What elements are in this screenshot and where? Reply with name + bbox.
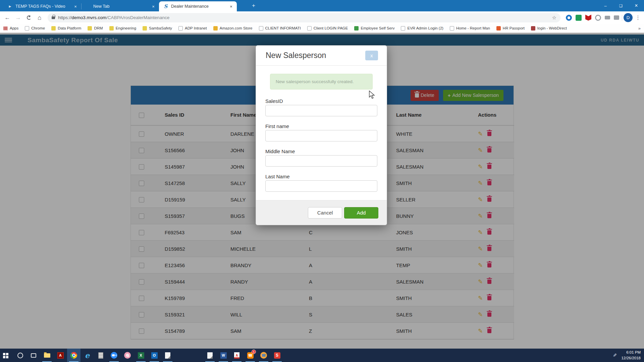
bookmark-label: Data Platform [58, 26, 81, 30]
cancel-button[interactable]: Cancel [308, 207, 342, 219]
pdf-app[interactable]: A [230, 349, 244, 362]
bookmark-item[interactable]: Client LOGIN PAGE [307, 26, 348, 31]
bookmark-favicon [178, 26, 183, 31]
bookmark-item[interactable]: SambaSafety [143, 26, 172, 31]
close-window-button[interactable]: × [629, 0, 644, 11]
taskbar-spacer[interactable] [174, 349, 203, 362]
modal-close-button[interactable]: x [365, 51, 378, 60]
mcafee-icon[interactable] [585, 15, 591, 21]
panel-icon[interactable] [614, 15, 619, 20]
profile-avatar[interactable]: D [624, 13, 633, 22]
browser-menu-icon[interactable]: ⋮ [634, 14, 642, 21]
file-cabinet[interactable] [94, 349, 107, 362]
browser-tab[interactable]: ▶ TEMP TAGS FAQs - Video × [3, 1, 81, 11]
adobe-acrobat[interactable]: A [54, 349, 67, 362]
tab-close-icon[interactable]: × [228, 3, 234, 9]
bookmarks-overflow-icon[interactable]: » [638, 26, 641, 31]
outlook[interactable]: O [148, 349, 161, 362]
address-bar[interactable]: https://demo3.mvrs.com/CABPA/rosDealerMa… [48, 13, 560, 22]
forward-icon[interactable]: → [13, 13, 23, 23]
refresh-icon[interactable] [23, 13, 34, 23]
field-label: Middle Name [265, 148, 377, 154]
window-controls: – ❑ × [598, 0, 644, 11]
chrome[interactable] [67, 349, 80, 362]
modal-field-input[interactable] [265, 130, 377, 141]
bookmark-item[interactable]: Employee Self Serv [354, 26, 394, 31]
bookmark-item[interactable]: CLIENT INFORMATI [259, 26, 301, 31]
modal-field-input[interactable] [265, 155, 377, 167]
bookmark-item[interactable]: DRM [88, 26, 103, 31]
bookmark-favicon [307, 26, 312, 31]
bookmark-favicon [143, 26, 147, 31]
bookmark-star-icon[interactable]: ☆ [552, 15, 556, 21]
add-button[interactable]: Add [344, 207, 378, 219]
modal-field-input[interactable] [265, 180, 377, 192]
phone-app[interactable]: ☎ [257, 349, 270, 362]
bookmark-label: HR Passport [503, 26, 525, 30]
taskbar-icons: A e X [0, 349, 284, 362]
notification-badge: 5 [252, 350, 256, 354]
new-tab-button[interactable]: + [249, 2, 258, 10]
modal-title: New Salesperson [266, 51, 326, 60]
form-group: Last Name [265, 174, 377, 192]
camera-extension-icon[interactable] [605, 16, 610, 19]
bookmark-item[interactable]: login - WebDirect [531, 26, 567, 31]
bookmark-item[interactable]: HR Passport [496, 26, 525, 31]
notes-app[interactable] [161, 349, 174, 362]
bookmark-label: Employee Self Serv [361, 26, 394, 30]
taskbar-clock[interactable]: 6:01 PM 12/26/2018 [621, 350, 641, 361]
bookmark-item[interactable]: Amazon.com Store [213, 26, 253, 31]
field-label: SalesID [265, 98, 377, 104]
task-view-button[interactable] [27, 349, 40, 362]
zoom-app[interactable] [107, 349, 121, 362]
start-button[interactable] [0, 349, 13, 362]
sambasafety-extension-icon[interactable] [576, 15, 582, 21]
taskbar-tray: ✎ 6:01 PM 12/26/2018 [613, 349, 644, 362]
tab-title: TEMP TAGS FAQs - Video [15, 4, 70, 9]
ringcentral[interactable]: ☎ 5 [244, 349, 257, 362]
screen: ▶ TEMP TAGS FAQs - Video × New Tab × S D… [0, 0, 644, 362]
bookmark-item[interactable]: Apps [3, 26, 18, 30]
internet-explorer[interactable]: e [80, 349, 94, 362]
bookmark-item[interactable]: Data Platform [51, 26, 81, 31]
restore-button[interactable]: ❑ [613, 0, 629, 11]
back-icon[interactable]: ← [2, 13, 13, 23]
modal-body: New salesperson successfully created. Sa… [256, 66, 387, 192]
home-icon[interactable]: ⌂ [34, 13, 45, 23]
bookmark-favicon [354, 26, 359, 31]
bookmark-label: Home - Report Man [456, 26, 490, 30]
screencast-app[interactable] [121, 349, 134, 362]
tab-close-icon[interactable]: × [150, 3, 156, 9]
bookmark-label: Amazon.com Store [220, 26, 253, 30]
tab-close-icon[interactable]: × [72, 3, 78, 9]
form-group: First name [265, 123, 377, 141]
okta-icon[interactable] [566, 15, 572, 21]
refresh-glyph [27, 15, 31, 20]
bookmark-item[interactable]: EVR Admin Login (2) [401, 26, 443, 31]
modal-field-input[interactable] [265, 105, 377, 116]
bookmark-item[interactable]: Chrome [25, 26, 45, 31]
url-scheme: https:// [58, 15, 72, 20]
bookmark-favicon [401, 26, 405, 31]
windows-ink-icon[interactable]: ✎ [613, 353, 617, 358]
bookmark-label: Client LOGIN PAGE [314, 26, 348, 30]
url-host: demo3.mvrs.com [72, 15, 107, 20]
s-app[interactable]: S [270, 349, 284, 362]
file-explorer[interactable] [40, 349, 54, 362]
minimize-button[interactable]: – [598, 0, 613, 11]
word[interactable]: W [217, 349, 230, 362]
notes-app-2[interactable] [203, 349, 217, 362]
tab-title: New Tab [93, 4, 148, 9]
recorder-icon[interactable] [595, 15, 601, 21]
browser-tab[interactable]: S Dealer Maintenance × [159, 1, 237, 11]
bookmark-item[interactable]: Engineering [109, 26, 136, 31]
cortana-button[interactable] [13, 349, 27, 362]
bookmark-item[interactable]: ADP Intranet [178, 26, 207, 31]
excel[interactable]: X [134, 349, 148, 362]
browser-titlebar: ▶ TEMP TAGS FAQs - Video × New Tab × S D… [0, 0, 644, 11]
bookmark-favicon [259, 26, 263, 31]
field-label: Last Name [265, 174, 377, 179]
lock-icon [52, 16, 55, 19]
bookmark-item[interactable]: Home - Report Man [450, 26, 490, 31]
browser-tab[interactable]: New Tab × [81, 1, 159, 11]
